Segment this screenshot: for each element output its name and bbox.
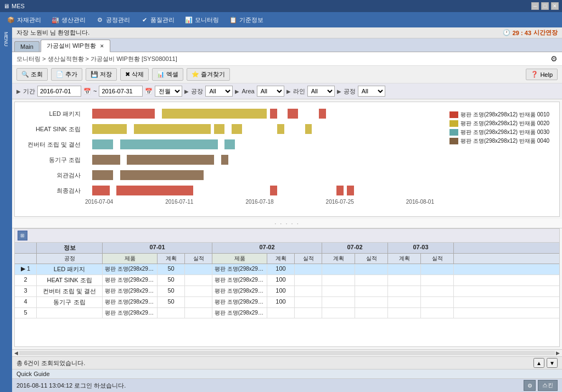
grid-cell-row1-prod1: 평판 조명(298x298x12) 반재품 0... — [103, 264, 158, 275]
time-label[interactable]: 시간연장 — [533, 29, 558, 37]
gantt-date-3: 2016-07-25 — [326, 199, 354, 205]
table-row[interactable]: 4 동기구 조립 평판 조명(298x298x12) 반재품 0... 50 평… — [15, 297, 559, 308]
grid-sub-plan4: 계획 — [388, 254, 421, 264]
horizontal-scroll-bar[interactable]: ◀ ▶ — [12, 349, 562, 356]
grid-body: ▶ 1 LED 패키지 평판 조명(298x298x12) 반재품 0... 5… — [15, 264, 559, 346]
table-row[interactable]: 2 HEAT SINK 조립 평판 조명(298x298x12) 반재품 0..… — [15, 275, 559, 286]
delete-button[interactable]: ✖ 삭제 — [120, 68, 149, 81]
tab-main[interactable]: Main — [14, 41, 40, 52]
tab-wip[interactable]: 가공설비 WIP현황 ✕ — [41, 40, 110, 52]
period-arrow: ▶ — [16, 88, 21, 94]
plant-select[interactable]: All — [205, 86, 233, 97]
process-select[interactable]: All — [358, 86, 385, 97]
grid-cell-row2-plan4 — [388, 275, 421, 285]
grid-cell-row1-plan2: 100 — [267, 264, 295, 275]
grid-cell-row5-plan1 — [158, 308, 185, 318]
scroll-up-button[interactable]: ▲ — [533, 358, 544, 368]
process-label: 공정 — [344, 87, 356, 96]
area-arrow: ▶ — [235, 88, 239, 94]
grid-cell-row1-prod2: 평판 조명(298x298x12) 반재품 0... — [212, 264, 267, 275]
standards-icon: 📋 — [229, 15, 238, 24]
table-row[interactable]: 3 컨버터 조립 및 결선 평판 조명(298x298x12) 반재품 0...… — [15, 286, 559, 297]
excel-button[interactable]: 📊 엑셀 — [152, 68, 183, 81]
side-nav-menu[interactable]: MENU — [2, 30, 10, 49]
menu-item-standards[interactable]: 📋 기준정보 — [224, 14, 268, 26]
grid-sub-prod1: 제품 — [103, 254, 158, 264]
settings-bottom-button[interactable]: ⚙ — [524, 380, 536, 391]
maximize-button[interactable]: □ — [541, 2, 549, 10]
menu-item-materials[interactable]: 📦 자재관리 — [2, 14, 46, 26]
minimize-button[interactable]: ─ — [531, 2, 539, 10]
splitter[interactable]: · · · · · — [12, 219, 562, 228]
gantt-date-2: 2016-07-18 — [245, 199, 273, 205]
grid-header-0702: 07-02 — [212, 243, 322, 253]
menu-item-monitoring[interactable]: 📊 모니터링 — [180, 14, 223, 26]
menu-item-process[interactable]: ⚙ 공정관리 — [91, 14, 134, 26]
legend-item-3: 평판 조명(298x298x12) 반재품 0040 — [449, 137, 549, 145]
user-bar: 자장 노원비 님 환영합니다. 🕐 29 : 43 시간연장 — [12, 27, 562, 38]
table-row[interactable]: ▶ 1 LED 패키지 평판 조명(298x298x12) 반재품 0... 5… — [15, 264, 559, 275]
bottom-action-buttons: ⚙ 스킨 — [524, 380, 558, 391]
grid-header-row2: 공정 제품 계획 실적 제품 계획 실적 계획 실적 계획 실적 — [15, 254, 559, 264]
menu-label-process: 공정관리 — [106, 16, 130, 24]
grid-cell-row3-prod2: 평판 조명(298x298x12) 반재품 0... — [212, 286, 267, 296]
status-bar: 총 6건이 조회되었습니다. ▲ ▼ — [12, 356, 562, 369]
help-button[interactable]: ❓ Help — [526, 69, 558, 80]
monitoring-icon: 📊 — [184, 15, 193, 24]
grid-cell-row2-actual4 — [421, 275, 454, 285]
grid-sub-actual3: 실적 — [355, 254, 388, 264]
add-icon: 📄 — [56, 71, 64, 78]
grid-cell-row4-actual4 — [421, 297, 454, 307]
search-button[interactable]: 🔍 조회 — [16, 68, 48, 81]
grid-cell-row3-plan3 — [322, 286, 355, 296]
time-info: 🕐 29 : 43 시간연장 — [503, 29, 558, 37]
type-select[interactable]: 전월 — [155, 86, 182, 97]
date-to-input[interactable] — [99, 86, 143, 97]
settings-icon[interactable]: ⚙ — [550, 54, 558, 63]
gantt-row-heatsink: HEAT SINK 조립 — [19, 122, 434, 136]
add-button[interactable]: 📄 추가 — [51, 68, 82, 81]
grid-sub-plan3: 계획 — [322, 254, 355, 264]
calendar-to-icon[interactable]: 📅 — [145, 88, 153, 95]
legend-label-3: 평판 조명(298x298x12) 반재품 0040 — [460, 137, 549, 145]
grid-cell-row1-expand[interactable]: ▶ 1 — [15, 264, 37, 275]
skin-button[interactable]: 스킨 — [538, 380, 558, 391]
gantt-chart-converter — [85, 138, 434, 150]
grid-cell-row5-plan4 — [388, 308, 421, 318]
grid-cell-row4-prod1: 평판 조명(298x298x12) 반재품 0... — [103, 297, 158, 307]
help-label: Help — [540, 71, 553, 78]
close-button[interactable]: ✕ — [551, 2, 559, 10]
scroll-down-button[interactable]: ▼ — [547, 358, 558, 368]
login-bar: 2016-08-11 13:04:12 로그인 하셨습니다. ⚙ 스킨 — [12, 378, 562, 392]
menu-item-quality[interactable]: ✔ 품질관리 — [136, 14, 179, 26]
grid-header-0703: 07-03 — [388, 243, 454, 253]
grid-cell-row3-actual1 — [185, 286, 212, 296]
grid-cell-row5-actual2 — [295, 308, 322, 318]
side-nav: MENU — [0, 27, 12, 392]
line-select[interactable]: All — [307, 86, 335, 97]
table-row[interactable]: 5 평판 조명(298x298x12) 반재품 0... 평판 조명(298x2… — [15, 308, 559, 318]
grid-cell-row3-num: 3 — [15, 286, 37, 296]
grid-cell-row5-plan2 — [267, 308, 295, 318]
title-bar: 🖥 MES ─ □ ✕ — [0, 0, 562, 12]
tab-wip-close[interactable]: ✕ — [100, 43, 104, 49]
grid-view-icon[interactable]: ⊞ — [18, 231, 27, 240]
menu-item-production[interactable]: 🏭 생산관리 — [47, 14, 90, 26]
grid-cell-row5-actual1 — [185, 308, 212, 318]
grid-cell-row1-plan3 — [322, 264, 355, 275]
breadcrumb: 모니터링 > 생산실적현황 > 가공설비 WIP현황 [SYS080011] — [16, 55, 177, 63]
legend-color-1 — [449, 120, 458, 127]
date-from-input[interactable] — [37, 86, 81, 97]
save-button[interactable]: 💾 저장 — [86, 68, 117, 81]
favorite-button[interactable]: ⭐ 즐겨찾기 — [187, 68, 230, 81]
grid-cell-row4-name: 동기구 조립 — [37, 297, 103, 307]
calendar-from-icon[interactable]: 📅 — [83, 88, 91, 95]
line-label: 라인 — [293, 87, 305, 96]
area-select[interactable]: All — [257, 86, 284, 97]
gantt-row-visual: 외관검사 — [19, 168, 434, 182]
legend-color-2 — [449, 129, 458, 136]
app-icon: 🖥 — [3, 3, 9, 9]
menu-label-materials: 자재관리 — [17, 16, 41, 24]
gantt-row-led: LED 패키지 — [19, 107, 434, 121]
grid-cell-row4-actual1 — [185, 297, 212, 307]
